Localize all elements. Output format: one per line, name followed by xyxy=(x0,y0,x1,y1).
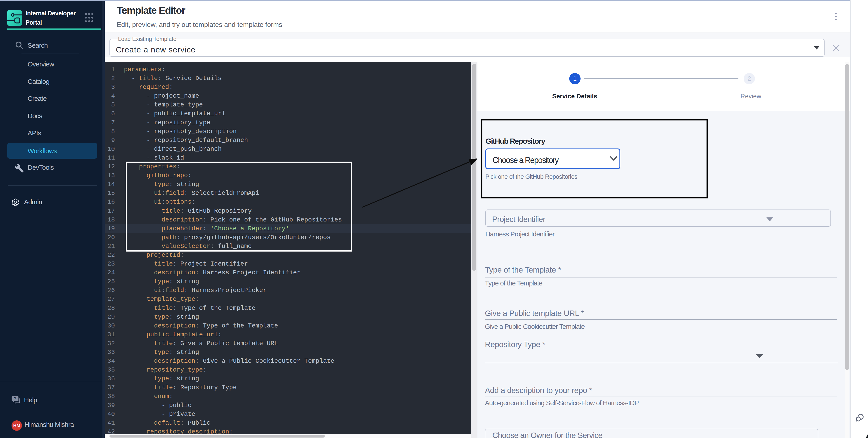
svg-text:?: ? xyxy=(14,396,16,401)
